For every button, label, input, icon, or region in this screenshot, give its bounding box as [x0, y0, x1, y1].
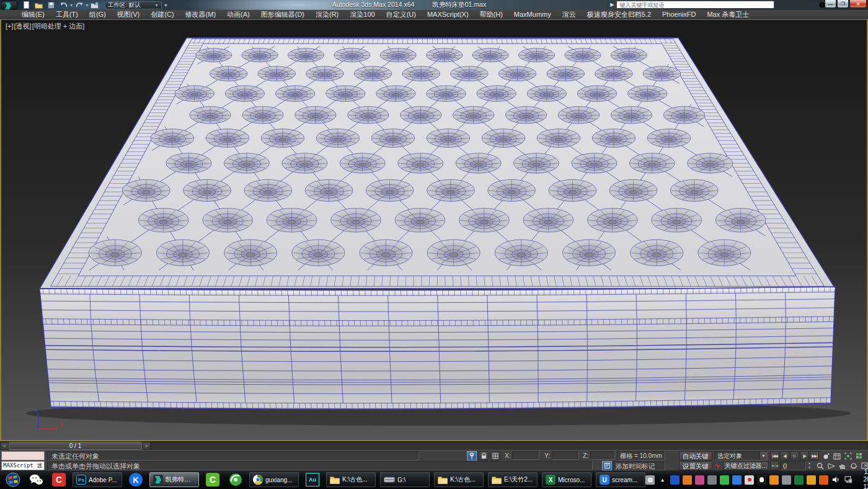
macro-recorder-field[interactable] — [1, 451, 45, 460]
undo-button[interactable] — [58, 1, 69, 9]
menu-item-8[interactable]: 图形编辑器(D) — [255, 10, 310, 19]
taskbar-browser-360[interactable] — [226, 472, 245, 488]
favorites-star-icon[interactable]: ★ — [807, 1, 817, 9]
menu-item-11[interactable]: 自定义(U) — [381, 10, 422, 19]
workspace-selector[interactable]: 工作区: 默认 ▼ — [105, 1, 162, 9]
tray-app-orange-icon[interactable] — [683, 475, 692, 485]
taskbar-explorer-window-2[interactable]: G:\ — [380, 472, 430, 487]
undo-dropdown-arrow[interactable]: ▾ — [70, 2, 73, 8]
taskbar-chrome-window[interactable]: guxiang... — [249, 472, 299, 487]
go-to-end-button[interactable]: ▶▶| — [810, 451, 819, 460]
previous-frame-button[interactable]: ◀| — [780, 451, 789, 460]
selection-lock-toggle[interactable] — [479, 451, 489, 460]
tray-hidden-icons-icon[interactable]: ▴ — [658, 475, 667, 485]
minimize-button[interactable]: — — [825, 0, 836, 8]
tray-usb-device-icon[interactable] — [782, 475, 791, 485]
viewport-shading-menu[interactable]: [明暗处理 + 边面] — [32, 22, 85, 30]
tray-qq-icon[interactable] — [757, 475, 766, 485]
menu-item-15[interactable]: 渲云 — [557, 10, 582, 19]
taskbar-max-window[interactable]: 凯弗特床... — [149, 472, 199, 487]
toolbar-overflow-arrow[interactable]: ▼ — [164, 3, 168, 7]
x-coordinate-field[interactable] — [512, 451, 539, 460]
play-button[interactable]: ▷ — [790, 451, 799, 460]
tray-qq-offline-icon[interactable] — [745, 475, 754, 485]
maxscript-mini-listener[interactable]: MAXScript 迷 — [1, 461, 45, 470]
menu-item-14[interactable]: MaxMummy — [508, 10, 557, 19]
application-menu-button[interactable] — [1, 1, 17, 10]
isolate-region-icon[interactable] — [844, 451, 852, 460]
key-icon[interactable] — [786, 1, 795, 9]
taskbar-explorer-window-3[interactable]: K:\古色... — [434, 472, 484, 487]
taskbar-audition[interactable]: Au — [303, 472, 322, 488]
tray-pc-manager-icon[interactable] — [732, 475, 742, 485]
menu-item-12[interactable]: MAXScript(X) — [422, 10, 474, 19]
menu-item-4[interactable]: 视图(V) — [112, 10, 146, 19]
previous-frame-arrow[interactable]: < — [0, 442, 9, 450]
taskbar-explorer-window-1[interactable]: K:\古色... — [326, 472, 376, 487]
menu-item-16[interactable]: 极速瘦身安全归档5.2 — [582, 10, 657, 19]
y-coordinate-field[interactable] — [552, 451, 579, 460]
tray-volume-icon[interactable] — [831, 475, 841, 485]
selection-set-dropdown[interactable]: 选定对象 ▼ — [714, 451, 768, 460]
taskbar-screamer-window[interactable]: Uscream... — [596, 472, 645, 487]
taskbar-kwai[interactable]: K — [126, 472, 145, 488]
snaps-grid-icon[interactable] — [855, 451, 864, 460]
viewport-general-menu[interactable]: [+] — [6, 22, 14, 30]
taskbar-explorer-window-4[interactable]: E:\天竹2... — [488, 472, 538, 487]
redo-button[interactable] — [74, 1, 84, 9]
tray-flash-player-icon[interactable] — [707, 475, 717, 485]
redo-dropdown-arrow[interactable]: ▾ — [86, 2, 88, 8]
taskbar-camtasia-recorder[interactable]: C — [203, 472, 222, 488]
tray-wechat-tray-icon[interactable] — [720, 475, 729, 485]
search-input[interactable] — [616, 1, 774, 9]
new-key-icon[interactable] — [822, 451, 830, 460]
menu-item-3[interactable]: 组(G) — [84, 10, 112, 19]
go-to-start-button[interactable]: |◀◀ — [770, 451, 779, 460]
menu-item-13[interactable]: 帮助(H) — [474, 10, 508, 19]
absolute-mode-toggle[interactable] — [490, 451, 500, 460]
time-tag-icon[interactable] — [602, 461, 612, 470]
infocenter-expander-icon[interactable]: ▶ — [610, 2, 614, 7]
menu-item-5[interactable]: 创建(C) — [145, 10, 179, 19]
taskbar-excel-window[interactable]: XMicroso... — [542, 472, 591, 487]
next-frame-arrow[interactable]: > — [142, 442, 151, 450]
menu-item-1[interactable]: 编辑(E) — [16, 10, 50, 19]
isolate-selection-toggle[interactable] — [467, 451, 477, 460]
z-coordinate-field[interactable] — [590, 451, 615, 460]
taskbar-wechat[interactable] — [27, 472, 45, 488]
taskbar-camtasia[interactable]: C — [50, 472, 68, 488]
viewport-pov-menu[interactable]: [透视] — [14, 22, 32, 30]
binoculars-icon[interactable] — [776, 1, 785, 9]
save-file-button[interactable] — [46, 1, 56, 9]
tray-bank-client-icon[interactable] — [794, 475, 804, 485]
new-scene-button[interactable] — [21, 1, 32, 9]
tray-app-multicolor-icon[interactable] — [695, 475, 704, 485]
menu-item-17[interactable]: PhoenixFD — [657, 10, 701, 19]
menu-item-7[interactable]: 动画(A) — [221, 10, 255, 19]
time-slider-handle[interactable]: 0 / 1 — [9, 442, 142, 450]
menu-item-6[interactable]: 修改器(M) — [180, 10, 222, 19]
auto-key-button[interactable]: 自动关键点 — [679, 451, 712, 460]
taskbar-start-button[interactable] — [4, 472, 22, 488]
close-button[interactable]: ✕ — [849, 0, 867, 8]
restore-button[interactable]: ❐ — [837, 0, 849, 8]
mute-track-icon[interactable] — [833, 451, 841, 460]
comm-center-icon[interactable] — [797, 1, 806, 9]
tray-stock-widget-icon[interactable] — [670, 475, 680, 485]
perspective-viewport[interactable]: zx [+][透视][明暗处理 + 边面] — [0, 19, 868, 441]
tray-mail-icon[interactable] — [769, 475, 779, 485]
taskbar-photoshop-window[interactable]: PsAdobe P... — [73, 472, 122, 487]
menu-item-9[interactable]: 渲染(R) — [310, 10, 344, 19]
menu-item-2[interactable]: 工具(T) — [50, 10, 84, 19]
time-slider-track[interactable] — [151, 442, 868, 450]
tray-keyboard-icon[interactable]: ▦ — [645, 475, 655, 485]
tray-screenshot-tool-icon[interactable] — [807, 475, 816, 485]
next-frame-button[interactable]: |▶ — [800, 451, 809, 460]
open-file-button[interactable] — [33, 1, 44, 9]
project-folder-button[interactable] — [89, 1, 100, 9]
taskbar-clock[interactable]: 11:13 2020-12-09 — [861, 469, 868, 489]
menu-item-18[interactable]: Max 杀毒卫士 — [701, 10, 755, 19]
tray-network-icon[interactable] — [844, 475, 853, 485]
menu-item-10[interactable]: 渲染100 — [344, 10, 380, 19]
tray-security-shield-icon[interactable] — [819, 475, 828, 485]
